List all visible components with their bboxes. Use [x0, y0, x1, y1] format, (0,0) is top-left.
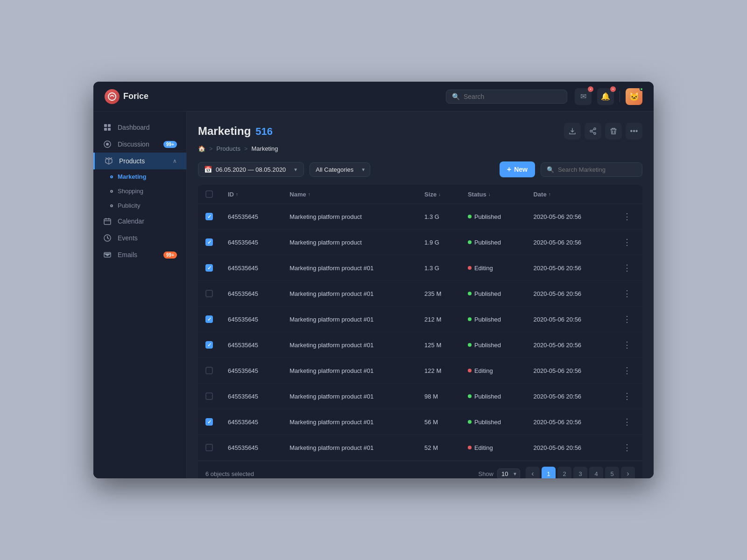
- cell-size: 212 M: [417, 307, 460, 332]
- search-marketing-box[interactable]: 🔍: [541, 162, 642, 177]
- notification-button[interactable]: 🔔 •: [597, 88, 614, 105]
- row-checkbox-4[interactable]: ✓: [205, 315, 213, 323]
- avatar[interactable]: 🐱: [626, 88, 642, 105]
- cell-size: 56 M: [417, 409, 460, 435]
- page-5-button[interactable]: 5: [605, 467, 619, 478]
- svg-line-17: [592, 132, 594, 133]
- status-dot-icon: [468, 266, 472, 270]
- checkmark-icon: ✓: [207, 316, 211, 322]
- name-sort[interactable]: Name ↑: [289, 191, 310, 198]
- cell-name: Marketing platform product #01: [282, 384, 417, 409]
- row-menu-button[interactable]: ⋮: [619, 287, 635, 301]
- header-icons: ✉ • 🔔 • 🐱: [575, 88, 642, 105]
- date-picker[interactable]: 📅 06.05.2020 — 08.05.2020 ▼: [198, 162, 304, 177]
- status-text: Editing: [474, 367, 493, 374]
- search-marketing-input[interactable]: [558, 166, 636, 173]
- prev-page-button[interactable]: ‹: [526, 467, 540, 478]
- row-menu-button[interactable]: ⋮: [619, 261, 635, 275]
- sidebar-subitem-marketing[interactable]: Marketing: [93, 169, 186, 184]
- pagination: ‹ 1 2 3 4 5 ›: [526, 467, 635, 478]
- id-sort[interactable]: ID ↑: [228, 191, 238, 198]
- category-select[interactable]: All Categories: [310, 162, 370, 177]
- row-checkbox-3[interactable]: [205, 290, 213, 297]
- products-chevron-icon: ∧: [173, 158, 177, 164]
- table-row: ✓ 645535645 Marketing platform product 1…: [198, 204, 642, 230]
- status-sort[interactable]: Status ↓: [468, 191, 491, 198]
- logo-text: Forice: [123, 91, 148, 101]
- col-size: Size ↓: [417, 185, 460, 204]
- sidebar-item-products[interactable]: Products ∧: [93, 153, 186, 169]
- row-menu-button[interactable]: ⋮: [619, 364, 635, 378]
- delete-button[interactable]: [605, 123, 622, 140]
- breadcrumb-home[interactable]: 🏠: [198, 145, 205, 152]
- select-all-checkbox[interactable]: [205, 190, 213, 198]
- sidebar-label-discussion: Discussion: [118, 140, 149, 148]
- col-status-label: Status: [468, 191, 486, 198]
- breadcrumb-current: Marketing: [252, 145, 278, 152]
- row-menu-button[interactable]: ⋮: [619, 415, 635, 429]
- header-search-input[interactable]: [464, 93, 561, 100]
- sidebar-subitem-publicity[interactable]: Publicity: [93, 198, 186, 213]
- svg-point-14: [590, 130, 592, 132]
- category-select-wrapper[interactable]: All Categories ▼: [310, 162, 370, 177]
- status-dot-icon: [468, 446, 472, 449]
- row-checkbox-9[interactable]: [205, 444, 213, 451]
- next-page-button[interactable]: ›: [621, 467, 635, 478]
- row-menu-button[interactable]: ⋮: [619, 235, 635, 249]
- cell-date: 2020-05-06 20:56: [526, 230, 612, 255]
- cell-size: 235 M: [417, 281, 460, 307]
- emails-icon: [103, 251, 112, 259]
- cell-date: 2020-05-06 20:56: [526, 255, 612, 281]
- col-id: ID ↑: [220, 185, 282, 204]
- row-checkbox-5[interactable]: ✓: [205, 341, 213, 349]
- cell-id: 645535645: [220, 307, 282, 332]
- row-menu-button[interactable]: ⋮: [619, 441, 635, 455]
- row-checkbox-1[interactable]: ✓: [205, 238, 213, 246]
- per-page-select[interactable]: 10 25 50: [497, 469, 520, 479]
- status-text: Published: [474, 393, 501, 400]
- new-button[interactable]: + New: [500, 161, 535, 177]
- col-date-label: Date: [533, 191, 546, 198]
- row-checkbox-8[interactable]: ✓: [205, 418, 213, 426]
- cell-id: 645535645: [220, 332, 282, 358]
- marketing-dot-icon: [110, 175, 113, 178]
- svg-point-6: [106, 143, 109, 146]
- breadcrumb-products[interactable]: Products: [217, 145, 240, 152]
- row-menu-button[interactable]: ⋮: [619, 312, 635, 326]
- svg-point-15: [594, 133, 596, 134]
- page-3-button[interactable]: 3: [573, 467, 587, 478]
- row-menu-button[interactable]: ⋮: [619, 210, 635, 224]
- more-options-button[interactable]: •••: [626, 123, 642, 140]
- page-4-button[interactable]: 4: [589, 467, 603, 478]
- svg-rect-7: [104, 219, 111, 224]
- row-menu-button[interactable]: ⋮: [619, 389, 635, 403]
- status-text: Published: [474, 290, 501, 297]
- mail-button[interactable]: ✉ •: [575, 88, 592, 105]
- sidebar-item-calendar[interactable]: Calendar: [93, 213, 186, 230]
- cell-name: Marketing platform product: [282, 230, 417, 255]
- size-sort[interactable]: Size ↓: [424, 191, 441, 198]
- row-menu-button[interactable]: ⋮: [619, 338, 635, 352]
- share-button[interactable]: [585, 123, 601, 140]
- row-checkbox-7[interactable]: [205, 392, 213, 400]
- publicity-dot-icon: [110, 204, 113, 207]
- cell-status: Published: [460, 307, 526, 332]
- sidebar-item-discussion[interactable]: Discussion 99+: [93, 136, 186, 153]
- sidebar-subitem-shopping[interactable]: Shopping: [93, 184, 186, 198]
- row-checkbox-6[interactable]: [205, 367, 213, 374]
- sidebar-item-dashboard[interactable]: Dashboard: [93, 119, 186, 136]
- row-checkbox-2[interactable]: ✓: [205, 264, 213, 272]
- page-1-button[interactable]: 1: [542, 467, 556, 478]
- row-checkbox-0[interactable]: ✓: [205, 213, 213, 220]
- cell-name: Marketing platform product #01: [282, 281, 417, 307]
- page-2-button[interactable]: 2: [557, 467, 571, 478]
- status-dot-icon: [468, 215, 472, 218]
- download-button[interactable]: [564, 123, 581, 140]
- sidebar-item-events[interactable]: Events: [93, 230, 186, 246]
- date-sort[interactable]: Date ↑: [533, 191, 550, 198]
- sidebar-item-emails[interactable]: Emails 99+: [93, 246, 186, 263]
- header-search-box[interactable]: 🔍: [446, 90, 567, 104]
- svg-rect-3: [104, 128, 107, 131]
- page-title: Marketing 516: [198, 125, 273, 138]
- sidebar-submenu-products: Marketing Shopping Publicity: [93, 169, 186, 213]
